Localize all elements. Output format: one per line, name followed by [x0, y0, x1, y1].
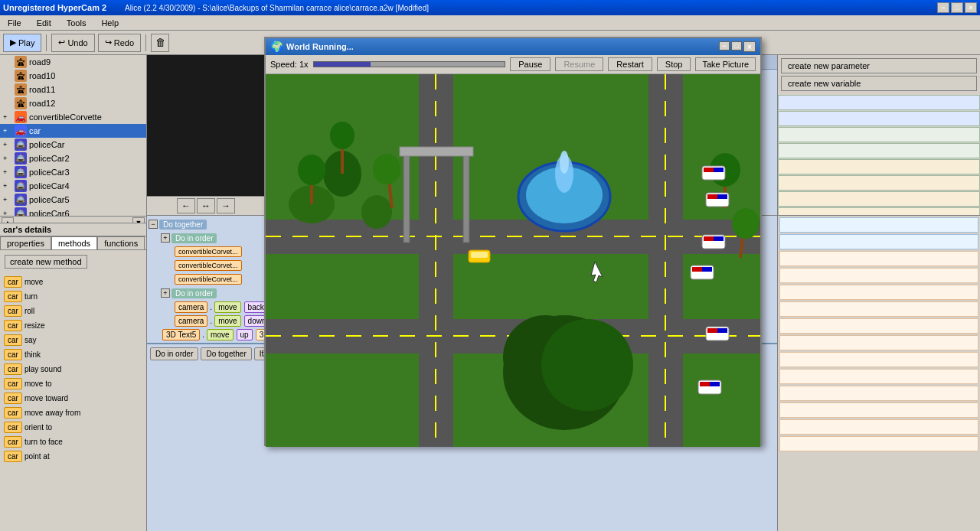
menu-tools[interactable]: Tools — [62, 17, 91, 29]
svg-rect-51 — [700, 382, 710, 386]
method-move-label: move — [24, 278, 43, 286]
obj-police-car6[interactable]: + 🚔 policeCar6 — [0, 207, 146, 216]
resume-btn[interactable]: Resume — [555, 57, 603, 71]
method-turnface-label: turn to face — [24, 438, 63, 446]
method-move-to[interactable]: car move to — [2, 376, 145, 391]
tab-methods[interactable]: methods — [51, 236, 97, 249]
method-turn[interactable]: car turn — [2, 289, 145, 304]
obj-convertible-corvette[interactable]: + 🚗 convertibleCorvette — [0, 110, 146, 124]
obj-police-car3[interactable]: + 🚔 policeCar3 — [0, 165, 146, 179]
method-resize[interactable]: car resize — [2, 318, 145, 333]
dio1-kw: Do in order — [172, 233, 217, 243]
create-param-btn[interactable]: create new parameter — [781, 58, 977, 73]
pause-btn[interactable]: Pause — [510, 57, 550, 71]
popup-title-text: World Running... — [286, 42, 354, 51]
obj-police-car5[interactable]: + 🚔 policeCar5 — [0, 193, 146, 207]
text5-action[interactable]: move — [207, 329, 233, 340]
close-btn[interactable]: × — [965, 2, 977, 13]
car-badge-toward: car — [4, 393, 22, 404]
create-var-btn[interactable]: create new variable — [781, 76, 977, 91]
tab-functions[interactable]: functions — [97, 236, 145, 249]
text5-dir[interactable]: up — [237, 329, 253, 340]
details-title: car's details — [0, 223, 146, 236]
police4-icon: 🚔 — [15, 180, 27, 192]
road9-label: road9 — [29, 57, 51, 67]
corvette-label: convertibleCorvette — [29, 112, 102, 122]
method-turn-label: turn — [24, 292, 38, 301]
collapse-dio1[interactable]: + — [161, 233, 170, 243]
camera2-obj[interactable]: camera — [175, 315, 207, 327]
conv1-obj[interactable]: convertibleCorvet... — [175, 246, 242, 257]
left-panel: 🛣 road9 🛣 road10 🛣 road11 🛣 road12 — [0, 55, 147, 531]
minimize-btn[interactable]: − — [937, 2, 949, 13]
obj-police-car4[interactable]: + 🚔 policeCar4 — [0, 179, 146, 193]
method-move-toward[interactable]: car move toward — [2, 391, 145, 406]
car-icon: 🚗 — [15, 125, 27, 137]
rslot-3 — [779, 251, 978, 266]
obj-road12[interactable]: 🛣 road12 — [0, 96, 146, 110]
popup-maximize[interactable]: □ — [731, 41, 742, 50]
obj-car[interactable]: + 🚗 car — [0, 124, 146, 138]
camera2-action[interactable]: move — [214, 315, 240, 327]
btn-do-in-order[interactable]: Do in order — [150, 347, 198, 360]
btn-do-together[interactable]: Do together — [201, 347, 251, 360]
stop-btn[interactable]: Stop — [657, 57, 691, 71]
method-play-sound[interactable]: car play sound — [2, 362, 145, 376]
svg-rect-11 — [400, 147, 473, 156]
expand-police2: + — [3, 155, 12, 162]
obj-road11[interactable]: 🛣 road11 — [0, 83, 146, 96]
road11-icon: 🛣 — [15, 83, 27, 96]
popup-close[interactable]: × — [743, 41, 756, 52]
text5-obj[interactable]: 3D Text5 — [162, 329, 200, 340]
method-think[interactable]: car think — [2, 347, 145, 362]
speed-bar — [313, 61, 506, 67]
method-say-label: say — [24, 336, 37, 344]
method-move[interactable]: car move — [2, 275, 145, 289]
camera1-obj[interactable]: camera — [175, 301, 207, 313]
menu-file[interactable]: File — [3, 17, 26, 29]
obj-police-car[interactable]: + 🚔 policeCar — [0, 138, 146, 151]
undo-button[interactable]: ↩ Undo — [51, 34, 94, 52]
list-scroll-down[interactable]: ▼ — [132, 217, 145, 223]
menu-edit[interactable]: Edit — [32, 17, 56, 29]
expand-dio2[interactable]: + — [161, 288, 170, 298]
collapse-dtm[interactable]: − — [149, 220, 158, 229]
obj-road9[interactable]: 🛣 road9 — [0, 55, 146, 69]
trash-button[interactable]: 🗑 — [151, 34, 169, 52]
methods-list: car move car turn car roll car resize ca… — [0, 273, 146, 531]
dtm-kw: Do together — [159, 220, 207, 230]
right-slot-8 — [778, 207, 980, 215]
prev-left-btn[interactable]: ← — [177, 198, 195, 213]
road10-label: road10 — [29, 71, 55, 80]
rslot-4 — [779, 268, 978, 283]
right-slot-1 — [778, 95, 980, 110]
obj-police-car2[interactable]: + 🚔 policeCar2 — [0, 151, 146, 165]
method-turn-face[interactable]: car turn to face — [2, 435, 145, 449]
prev-center-btn[interactable]: ↔ — [197, 198, 215, 213]
play-button[interactable]: ▶ Play — [3, 34, 41, 52]
method-move-away[interactable]: car move away from — [2, 406, 145, 420]
list-scroll-up[interactable]: ▲ — [2, 217, 14, 223]
obj-road10[interactable]: 🛣 road10 — [0, 69, 146, 83]
conv2-obj[interactable]: convertibleCorvet... — [175, 260, 242, 271]
restart-btn[interactable]: Restart — [608, 57, 652, 71]
preview-panel: ← ↔ → — [147, 55, 266, 215]
create-new-method-btn[interactable]: create new method — [5, 255, 87, 269]
right-slot-2 — [778, 111, 980, 126]
method-orient[interactable]: car orient to — [2, 420, 145, 435]
method-say[interactable]: car say — [2, 333, 145, 347]
rslot-14 — [779, 436, 978, 451]
take-pic-btn[interactable]: Take Picture — [695, 57, 756, 71]
object-list-inner: 🛣 road9 🛣 road10 🛣 road11 🛣 road12 — [0, 55, 146, 216]
popup-minimize[interactable]: − — [719, 41, 730, 50]
redo-button[interactable]: ↪ Redo — [98, 34, 141, 52]
method-point-at[interactable]: car point at — [2, 449, 145, 464]
camera1-action[interactable]: move — [214, 301, 240, 313]
prev-right-btn[interactable]: → — [217, 198, 235, 213]
maximize-btn[interactable]: □ — [951, 2, 963, 13]
method-roll[interactable]: car roll — [2, 304, 145, 318]
popup-title-left: 🌍 World Running... — [270, 41, 354, 53]
conv3-obj[interactable]: convertibleCorvet... — [175, 274, 242, 285]
menu-help[interactable]: Help — [96, 17, 123, 29]
tab-properties[interactable]: properties — [0, 236, 51, 249]
